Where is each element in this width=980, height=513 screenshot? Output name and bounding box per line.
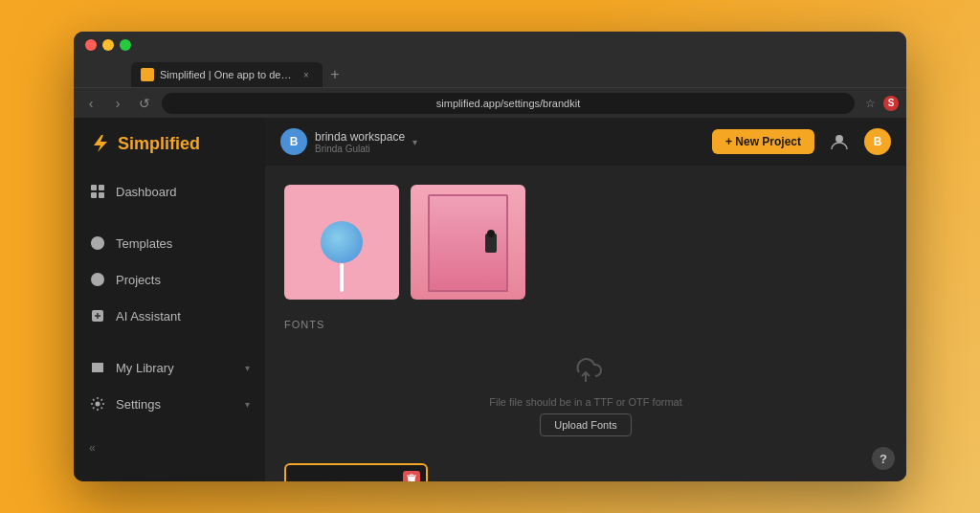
tab-favicon xyxy=(141,68,154,81)
back-button[interactable]: ‹ xyxy=(81,94,100,113)
forward-button[interactable]: › xyxy=(108,94,127,113)
traffic-light-green[interactable] xyxy=(120,39,131,51)
dashboard-label: Dashboard xyxy=(116,185,177,199)
lollipop-image xyxy=(284,185,399,300)
sidebar-item-templates[interactable]: Templates xyxy=(74,225,265,261)
workspace-user: Brinda Gulati xyxy=(315,144,405,154)
app-layout: Simplified Dashboard xyxy=(74,118,906,481)
settings-label: Settings xyxy=(116,397,161,412)
svg-rect-0 xyxy=(91,185,97,190)
workspace-avatar: B xyxy=(280,128,307,155)
star-icon[interactable]: ☆ xyxy=(862,96,878,111)
active-tab[interactable]: Simplified | One app to desig... × xyxy=(131,62,323,87)
brand-images-row xyxy=(284,185,887,300)
collapse-icon: « xyxy=(89,441,96,455)
sidebar-item-ai-assistant[interactable]: AI Assistant xyxy=(74,298,265,334)
upload-hint: File file should be in a TTF or OTF form… xyxy=(489,396,682,408)
user-avatar[interactable]: B xyxy=(864,128,891,155)
projects-icon xyxy=(89,271,106,288)
fonts-section-label: FONTS xyxy=(284,319,887,330)
top-bar: B brinda workspace Brinda Gulati ▾ + New… xyxy=(265,118,906,166)
ai-assistant-icon xyxy=(89,307,106,324)
settings-chevron: ▾ xyxy=(245,399,250,410)
logo-text: Simplified xyxy=(118,134,200,154)
refresh-button[interactable]: ↺ xyxy=(135,94,154,113)
upload-fonts-button[interactable]: Upload Fonts xyxy=(540,413,631,436)
sidebar: Simplified Dashboard xyxy=(74,118,265,481)
lollipop-shape xyxy=(321,221,363,263)
sidebar-item-dashboard[interactable]: Dashboard xyxy=(74,173,265,210)
svg-point-7 xyxy=(835,135,843,143)
address-input[interactable] xyxy=(162,93,855,114)
library-icon xyxy=(89,359,106,376)
ai-assistant-label: AI Assistant xyxy=(116,309,181,323)
title-bar xyxy=(74,32,906,58)
new-tab-button[interactable]: + xyxy=(323,62,347,87)
upload-cloud-icon xyxy=(568,357,603,390)
door-image xyxy=(411,185,525,300)
svg-rect-3 xyxy=(99,192,104,198)
tab-bar: Simplified | One app to desig... × + xyxy=(74,58,906,87)
library-chevron: ▾ xyxy=(245,363,250,373)
tab-title: Simplified | One app to desig... xyxy=(160,69,294,80)
templates-icon xyxy=(89,234,106,252)
main-content: B brinda workspace Brinda Gulati ▾ + New… xyxy=(265,118,906,481)
door-handle xyxy=(485,234,497,253)
font-card-delete-button[interactable] xyxy=(403,471,420,481)
fonts-upload-area: File file should be in a TTF or OTF form… xyxy=(284,342,887,452)
settings-icon xyxy=(89,395,106,413)
workspace-selector[interactable]: B brinda workspace Brinda Gulati ▾ xyxy=(280,128,417,155)
user-icon[interactable] xyxy=(826,128,853,155)
dashboard-icon xyxy=(89,183,106,200)
door-panel xyxy=(428,194,508,292)
projects-label: Projects xyxy=(116,273,161,287)
sidebar-item-settings[interactable]: Settings ▾ xyxy=(74,386,265,422)
logo[interactable]: Simplified xyxy=(74,133,265,173)
svg-point-6 xyxy=(96,402,100,407)
profile-icon[interactable]: S xyxy=(883,96,899,111)
workspace-name: brinda workspace xyxy=(315,130,405,144)
logo-icon xyxy=(89,133,110,154)
sidebar-item-projects[interactable]: Projects xyxy=(74,261,265,298)
traffic-light-red[interactable] xyxy=(85,39,97,51)
traffic-light-yellow[interactable] xyxy=(102,39,114,51)
svg-rect-2 xyxy=(91,192,97,198)
fonts-section: FONTS File file should be in a TTF or OT… xyxy=(284,319,887,481)
browser-chrome: Simplified | One app to desig... × + ‹ ›… xyxy=(74,32,906,118)
svg-point-4 xyxy=(91,273,104,286)
workspace-chevron: ▾ xyxy=(412,137,417,147)
address-bar: ‹ › ↺ ☆ S xyxy=(74,87,906,118)
sidebar-collapse[interactable]: « xyxy=(74,430,265,466)
content-area: FONTS File file should be in a TTF or OT… xyxy=(265,166,906,481)
svg-rect-1 xyxy=(99,185,104,190)
address-icons: ☆ S xyxy=(862,96,899,111)
help-button[interactable]: ? xyxy=(872,447,895,470)
tab-close-button[interactable]: × xyxy=(300,68,313,81)
brand-image-door xyxy=(411,185,525,300)
sidebar-item-my-library[interactable]: My Library ▾ xyxy=(74,349,265,386)
brand-image-lollipop xyxy=(284,185,399,300)
templates-label: Templates xyxy=(116,236,172,251)
library-label: My Library xyxy=(116,361,174,375)
browser-window: Simplified | One app to desig... × + ‹ ›… xyxy=(74,32,906,481)
new-project-button[interactable]: + New Project xyxy=(712,129,814,154)
workspace-info: brinda workspace Brinda Gulati xyxy=(315,130,405,154)
font-card[interactable]: TTT xyxy=(284,463,428,481)
